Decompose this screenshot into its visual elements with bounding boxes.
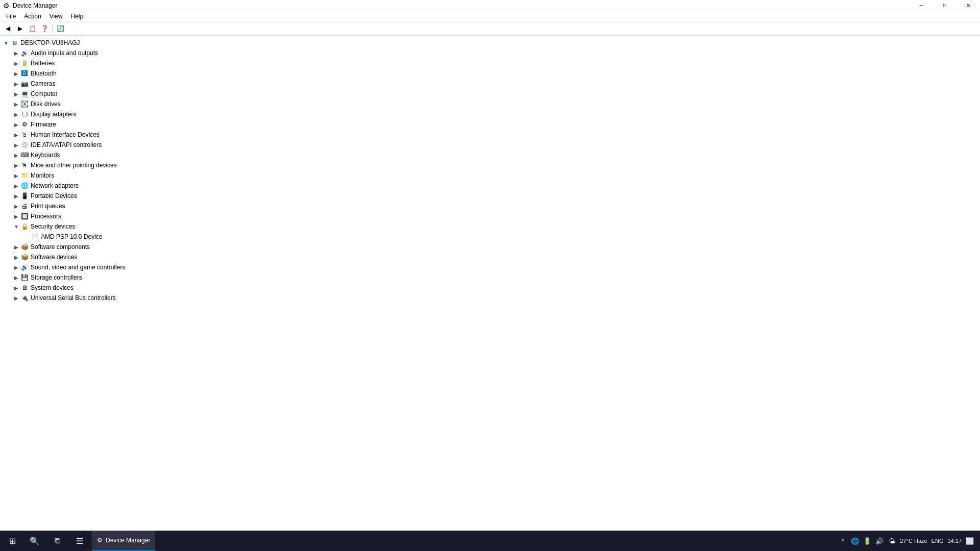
node-label-mice: Mice and other pointing devices [31,162,117,169]
tray-network-icon[interactable]: 🌐 [851,537,859,545]
expand-icon-sw-components[interactable]: ▶ [12,243,20,251]
node-icon-portable: 📱 [20,192,29,200]
search-button[interactable]: 🔍 [24,531,45,551]
expand-icon-audio[interactable]: ▶ [12,49,20,57]
node-icon-print: 🖨 [20,202,29,210]
tree-node-portable[interactable]: ▶ 📱 Portable Devices [0,191,980,201]
expand-icon-ide[interactable]: ▶ [12,141,20,149]
tree-node-storage[interactable]: ▶ 💾 Storage controllers [0,272,980,283]
toolbar-scan[interactable]: 🔄 [55,23,66,34]
tree-node-cameras[interactable]: ▶ 📷 Cameras [0,79,980,89]
maximize-button[interactable]: □ [933,0,957,11]
expand-icon-cameras[interactable]: ▶ [12,80,20,88]
tray-weather-icon[interactable]: 🌤 [888,537,896,545]
tree-node-monitors[interactable]: ▶ 📁 Monitors [0,170,980,181]
node-icon-monitors: 📁 [20,171,29,180]
tray-chevron[interactable]: ^ [839,537,847,545]
tree-node-audio[interactable]: ▶ 🔊 Audio inputs and outputs [0,48,980,58]
expand-icon-usb[interactable]: ▶ [12,294,20,302]
menu-bar: File Action View Help [0,11,980,21]
node-icon-cameras: 📷 [20,80,29,88]
tree-node-display[interactable]: ▶ 🖵 Display adapters [0,109,980,119]
expand-icon-batteries[interactable]: ▶ [12,59,20,67]
node-label-root: DESKTOP-VU3HAGJ [20,39,80,46]
tree-node-sound[interactable]: ▶ 🔊 Sound, video and game controllers [0,262,980,272]
menu-view[interactable]: View [45,12,67,21]
node-icon-storage: 💾 [20,273,29,282]
expand-icon-firmware[interactable]: ▶ [12,120,20,129]
toolbar-forward[interactable]: ▶ [14,23,26,34]
tree-node-sw-devices[interactable]: ▶ 📦 Software devices [0,252,980,262]
menu-action[interactable]: Action [20,12,45,21]
close-button[interactable]: ✕ [957,0,980,11]
toolbar-properties[interactable]: 📋 [27,23,38,34]
node-icon-network: 🌐 [20,182,29,190]
clock-time: 14:17 [947,537,962,544]
expand-icon-mice[interactable]: ▶ [12,161,20,169]
expand-icon-monitors[interactable]: ▶ [12,171,20,180]
node-label-security: Security devices [31,223,75,230]
tree-node-sw-components[interactable]: ▶ 📦 Software components [0,242,980,252]
taskbar-device-manager[interactable]: ⚙ Device Manager [92,531,155,551]
tree-node-ide[interactable]: ▶ 💿 IDE ATA/ATAPI controllers [0,140,980,150]
expand-icon-hid[interactable]: ▶ [12,131,20,139]
tree-node-firmware[interactable]: ▶ ⚙ Firmware [0,119,980,130]
tree-node-mice[interactable]: ▶ 🖱 Mice and other pointing devices [0,160,980,170]
title-bar-left: ⚙ Device Manager [3,2,57,10]
tree-node-hid[interactable]: ▶ 🖱 Human Interface Devices [0,130,980,140]
node-icon-usb: 🔌 [20,294,29,302]
node-icon-bluetooth: 🅱 [20,69,29,78]
tree-node-security[interactable]: ▼ 🔒 Security devices [0,221,980,232]
expand-icon-portable[interactable]: ▶ [12,192,20,200]
tree-node-print[interactable]: ▶ 🖨 Print queues [0,201,980,211]
expand-icon-disk[interactable]: ▶ [12,100,20,108]
toolbar-help[interactable]: ❓ [39,23,50,34]
expand-icon-security[interactable]: ▼ [12,222,20,231]
expand-icon-sound[interactable]: ▶ [12,263,20,271]
tree-node-disk[interactable]: ▶ 💽 Disk drives [0,99,980,109]
widgets-button[interactable]: ☰ [69,531,90,551]
main-area[interactable]: ▼ 🖥 DESKTOP-VU3HAGJ ▶ 🔊 Audio inputs and… [0,36,980,531]
taskbar-app-icon: ⚙ [97,537,103,544]
tray-volume-icon[interactable]: 🔊 [875,537,884,545]
taskbar-clock[interactable]: 14:17 [947,537,962,544]
tree-node-root[interactable]: ▼ 🖥 DESKTOP-VU3HAGJ [0,38,980,48]
node-icon-amd-psp: 📄 [31,233,39,241]
node-icon-keyboards: ⌨ [20,151,29,159]
tree-node-network[interactable]: ▶ 🌐 Network adapters [0,181,980,191]
node-label-disk: Disk drives [31,101,61,108]
tray-lang[interactable]: ENG [932,538,944,544]
expand-icon-sw-devices[interactable]: ▶ [12,253,20,261]
expand-icon-system[interactable]: ▶ [12,284,20,292]
node-icon-audio: 🔊 [20,49,29,57]
expand-icon-root[interactable]: ▼ [2,39,10,47]
minimize-button[interactable]: ─ [910,0,933,11]
tree-node-batteries[interactable]: ▶ 🔋 Batteries [0,58,980,68]
taskbar-app-label: Device Manager [106,537,150,544]
tree-node-system[interactable]: ▶ 🖥 System devices [0,283,980,293]
tree-node-computer[interactable]: ▶ 💻 Computer [0,89,980,99]
expand-icon-processors[interactable]: ▶ [12,212,20,220]
tree-node-bluetooth[interactable]: ▶ 🅱 Bluetooth [0,68,980,79]
show-desktop-button[interactable]: ⬜ [966,537,974,545]
tray-battery-icon[interactable]: 🔋 [863,537,871,545]
tree-node-usb[interactable]: ▶ 🔌 Universal Serial Bus controllers [0,293,980,303]
tree-node-amd-psp[interactable]: 📄 AMD PSP 10.0 Device [0,232,980,242]
expand-icon-network[interactable]: ▶ [12,182,20,190]
menu-help[interactable]: Help [67,12,88,21]
node-icon-computer: 💻 [20,90,29,98]
expand-icon-display[interactable]: ▶ [12,110,20,118]
tree-node-processors[interactable]: ▶ 🔲 Processors [0,211,980,221]
toolbar-back[interactable]: ◀ [2,23,13,34]
expand-icon-bluetooth[interactable]: ▶ [12,69,20,78]
expand-icon-storage[interactable]: ▶ [12,273,20,282]
expand-icon-print[interactable]: ▶ [12,202,20,210]
expand-icon-keyboards[interactable]: ▶ [12,151,20,159]
task-view-button[interactable]: ⧉ [47,531,67,551]
expand-icon-computer[interactable]: ▶ [12,90,20,98]
start-button[interactable]: ⊞ [2,531,22,551]
menu-file[interactable]: File [2,12,20,21]
node-icon-processors: 🔲 [20,212,29,220]
tree-node-keyboards[interactable]: ▶ ⌨ Keyboards [0,150,980,160]
taskbar-left: ⊞ 🔍 ⧉ ☰ ⚙ Device Manager [2,531,155,551]
